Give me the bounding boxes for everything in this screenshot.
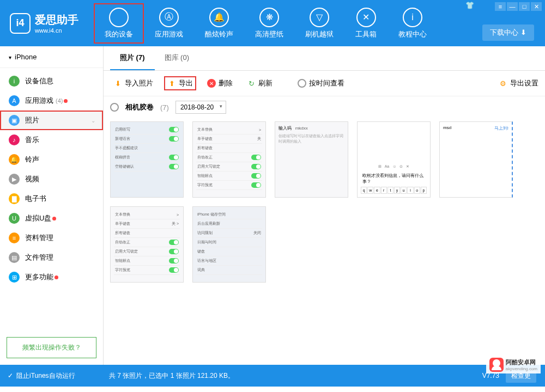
thumb-3[interactable]: 输入码 mkdxx创建缩写时可以在键盘输入点选择字词时调用的输入: [275, 121, 348, 198]
sidebar-item-6[interactable]: ▇电子书: [0, 189, 103, 209]
view-by-time-button[interactable]: 按时间查看: [294, 76, 348, 90]
check-icon: ✓: [8, 372, 13, 379]
sidebar-icon: ▣: [9, 115, 20, 126]
notification-dot: [55, 275, 58, 279]
sidebar-icon: U: [9, 213, 20, 224]
thumb-5[interactable]: msd马上到!: [439, 121, 513, 198]
main-content: 照片 (7)图库 (0) ⬇ 导入照片 ⬆ 导出 ✕ 删除 ↻ 刷新 按时间查看: [104, 46, 545, 365]
help-link[interactable]: 频繁出现操作失败？: [7, 337, 96, 358]
nav-3[interactable]: ❋高清壁纸: [244, 3, 294, 44]
sidebar-icon: A: [9, 95, 20, 106]
minimize-icon[interactable]: —: [507, 2, 518, 11]
nav-icon: 🔔: [209, 8, 229, 27]
sidebar: iPhone i设备信息A应用游戏(4)▣照片⌄♪音乐🔔铃声▶视频▇电子书U虚拟…: [0, 46, 104, 365]
nav-icon: [109, 8, 129, 27]
tab-0[interactable]: 照片 (7): [110, 46, 155, 70]
toolbar: ⬇ 导入照片 ⬆ 导出 ✕ 删除 ↻ 刷新 按时间查看 ⚙ 导出设置: [104, 71, 545, 96]
album-count: (7): [160, 103, 169, 112]
app-title: 爱思助手: [35, 13, 78, 27]
notification-dot: [64, 99, 68, 103]
export-icon: ⬆: [167, 79, 176, 88]
import-button[interactable]: ⬇ 导入照片: [110, 76, 156, 90]
sidebar-icon: i: [9, 76, 20, 87]
sidebar-item-4[interactable]: 🔔铃声: [0, 150, 103, 169]
nav-icon: ✕: [356, 8, 376, 27]
nav-2[interactable]: 🔔酷炫铃声: [194, 3, 244, 44]
sidebar-icon: ▇: [9, 193, 20, 204]
nav-1[interactable]: Ⓐ应用游戏: [144, 3, 194, 44]
sidebar-item-5[interactable]: ▶视频: [0, 169, 103, 189]
watermark-icon: [489, 358, 504, 372]
notification-dot: [52, 217, 56, 220]
tab-1[interactable]: 图库 (0): [155, 46, 199, 70]
sidebar-item-7[interactable]: U虚拟U盘: [0, 209, 103, 228]
thumb-4[interactable]: ⊞Aa☺⊙✕欧刚才没看到信息，请问有什么事？qwertyuiop: [357, 121, 431, 198]
refresh-button[interactable]: ↻ 刷新: [244, 76, 276, 90]
nav-icon: Ⓐ: [159, 8, 179, 27]
refresh-icon: ↻: [247, 79, 256, 88]
sidebar-icon: ≡: [9, 232, 20, 243]
device-selector[interactable]: iPhone: [0, 46, 103, 68]
close-icon[interactable]: ✕: [531, 2, 542, 11]
date-dropdown[interactable]: 2018-08-20: [175, 101, 226, 114]
thumb-1[interactable]: 启用听写新增语言手不提醒建议模糊拼音空格键确认: [110, 121, 184, 198]
nav-4[interactable]: ▽刷机越狱: [294, 3, 344, 44]
thumb-2[interactable]: 文本替换>单手键盘关所有键盘自动改正启用大写锁定智能标点字符预览: [192, 121, 266, 198]
sidebar-icon: ▶: [9, 174, 20, 185]
main-nav: 我的设备Ⓐ应用游戏🔔酷炫铃声❋高清壁纸▽刷机越狱✕工具箱i教程中心: [94, 3, 438, 44]
sidebar-item-3[interactable]: ♪音乐: [0, 130, 103, 150]
import-icon: ⬇: [113, 79, 122, 88]
sidebar-icon: 🔔: [9, 154, 20, 165]
window-controls: ≡ — □ ✕: [495, 2, 542, 11]
sidebar-icon: ⊞: [9, 272, 20, 283]
status-bar: ✓ 阻止iTunes自动运行 共 7 张照片，已选中 1 张照片 121.20 …: [0, 365, 545, 387]
app-header: i4 爱思助手 www.i4.cn 我的设备Ⓐ应用游戏🔔酷炫铃声❋高清壁纸▽刷机…: [0, 0, 545, 46]
app-url: www.i4.cn: [35, 27, 78, 34]
export-settings-button[interactable]: ⚙ 导出设置: [499, 78, 538, 88]
album-radio[interactable]: [110, 103, 119, 112]
menu-icon[interactable]: ≡: [495, 2, 506, 11]
delete-icon: ✕: [207, 79, 216, 88]
sidebar-item-1[interactable]: A应用游戏(4): [0, 91, 103, 111]
nav-0[interactable]: 我的设备: [94, 3, 144, 44]
export-button[interactable]: ⬆ 导出: [164, 76, 196, 90]
sidebar-item-9[interactable]: ▤文件管理: [0, 248, 103, 267]
sidebar-icon: ♪: [9, 134, 20, 145]
filter-row: 相机胶卷 (7) 2018-08-20: [104, 96, 545, 118]
thumb-7[interactable]: iPhone 储存空间后台应用刷新访问限制关闭日期与时间键盘语言与地区词典: [192, 206, 266, 283]
watermark: 阿酷安卓网 akpvending.com: [486, 356, 541, 373]
sidebar-icon: ▤: [9, 252, 20, 263]
delete-button[interactable]: ✕ 删除: [204, 76, 236, 90]
maximize-icon[interactable]: □: [519, 2, 530, 11]
status-text: 共 7 张照片，已选中 1 张照片 121.20 KB。: [109, 371, 234, 381]
thumb-6[interactable]: 文本替换>单手键盘关 >所有键盘自动改正启用大写锁定智能标点字符预览: [110, 206, 184, 283]
nav-icon: i: [403, 8, 422, 27]
nav-6[interactable]: i教程中心: [387, 3, 438, 44]
itunes-block-toggle[interactable]: 阻止iTunes自动运行: [16, 371, 75, 381]
chevron-down-icon: ⌄: [91, 118, 95, 124]
sidebar-item-2[interactable]: ▣照片⌄: [0, 111, 103, 130]
nav-icon: ▽: [310, 8, 329, 27]
nav-icon: ❋: [259, 8, 279, 27]
photo-grid: 启用听写新增语言手不提醒建议模糊拼音空格键确认文本替换>单手键盘关所有键盘自动改…: [104, 118, 545, 365]
gear-icon: ⚙: [499, 79, 507, 88]
content-tabs: 照片 (7)图库 (0): [104, 46, 545, 71]
logo-badge: i4: [10, 13, 31, 34]
sidebar-item-10[interactable]: ⊞更多功能: [0, 267, 103, 287]
shirt-icon[interactable]: 👕: [465, 1, 474, 9]
radio-icon: [298, 79, 306, 88]
nav-5[interactable]: ✕工具箱: [344, 3, 387, 44]
album-name: 相机胶卷: [125, 102, 154, 112]
logo: i4 爱思助手 www.i4.cn: [0, 13, 88, 34]
download-center-button[interactable]: 下载中心 ⬇: [482, 24, 534, 41]
sidebar-item-8[interactable]: ≡资料管理: [0, 228, 103, 248]
sidebar-item-0[interactable]: i设备信息: [0, 71, 103, 91]
